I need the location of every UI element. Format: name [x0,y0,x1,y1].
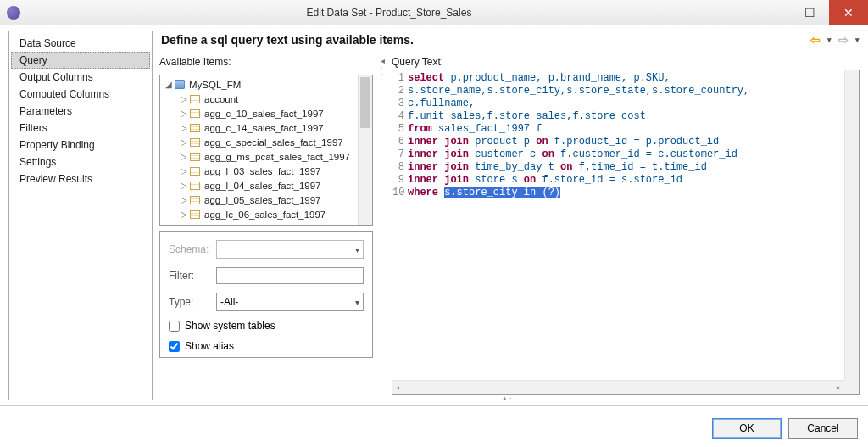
close-button[interactable]: ✕ [829,0,868,25]
schema-select: ▾ [216,240,364,259]
database-icon [175,80,185,89]
editor-hscroll[interactable]: ◂▸ [392,380,844,394]
table-icon [190,210,200,219]
editor-line[interactable]: 6inner join product p on f.product_id = … [392,136,844,148]
show-alias-check[interactable]: Show alias [169,340,364,352]
filter-input[interactable] [216,267,364,284]
page-title: Define a sql query text using available … [161,33,414,47]
table-icon [190,95,200,103]
separator [0,405,868,406]
minimize-button[interactable]: — [751,0,790,25]
window-controls: — ☐ ✕ [751,0,868,25]
type-label: Type: [169,296,211,308]
query-text-label: Query Text: [392,56,860,70]
page-heading: Define a sql query text using available … [159,31,860,56]
filter-label: Filter: [169,270,211,282]
nav-buttons: ⇦▾ ⇨▾ [807,32,860,47]
sidebar-item-output-columns[interactable]: Output Columns [11,69,150,86]
chevron-down-icon: ▾ [355,298,359,307]
tree-item[interactable]: ▷account [160,92,372,106]
available-items-tree[interactable]: ◢MySQL_FM▷account▷agg_c_10_sales_fact_19… [159,75,373,226]
schema-label: Schema: [169,243,211,255]
editor-line[interactable]: 5from sales_fact_1997 f [392,123,844,136]
category-sidebar: Data SourceQueryOutput ColumnsComputed C… [8,31,153,400]
editor-line[interactable]: 4f.unit_sales,f.store_sales,f.store_cost [392,110,844,123]
sidebar-item-settings[interactable]: Settings [11,154,150,170]
table-icon [190,196,200,204]
tree-item[interactable]: ▷agg_lc_06_sales_fact_1997 [160,207,372,221]
sidebar-item-data-source[interactable]: Data Source [11,35,150,52]
tree-item[interactable]: ▷agg_l_03_sales_fact_1997 [160,164,372,178]
forward-icon: ⇨ [835,32,852,47]
table-icon [190,138,200,147]
sql-editor[interactable]: 1select p.product_name, p.brand_name, p.… [392,70,860,395]
window-title: Edit Data Set - Product_Store_Sales [27,7,751,19]
vertical-sash[interactable]: ◂·· [378,56,387,395]
tree-item[interactable]: ▷agg_l_04_sales_fact_1997 [160,178,372,193]
tree-item[interactable]: ▷agg_g_ms_pcat_sales_fact_1997 [160,149,372,164]
sidebar-item-parameters[interactable]: Parameters [11,103,150,120]
show-alias-checkbox[interactable] [169,341,180,352]
editor-line[interactable]: 1select p.product_name, p.brand_name, p.… [392,72,844,85]
editor-line[interactable]: 8inner join time_by_day t on f.time_id =… [392,161,844,174]
type-select[interactable]: -All-▾ [216,293,364,311]
app-icon [7,6,20,20]
editor-line[interactable]: 7inner join customer c on f.customer_id … [392,148,844,161]
horizontal-sash[interactable]: ▴ · · [159,395,860,400]
filter-panel: Schema: ▾ Filter: Type: -All-▾ [159,231,373,358]
maximize-button[interactable]: ☐ [790,0,829,25]
show-system-tables-checkbox[interactable] [169,321,180,332]
tree-item[interactable]: ▷agg_l_05_sales_fact_1997 [160,193,372,207]
table-icon [190,167,200,176]
sidebar-item-computed-columns[interactable]: Computed Columns [11,86,150,103]
show-system-tables-check[interactable]: Show system tables [169,320,364,332]
sidebar-item-property-binding[interactable]: Property Binding [11,137,150,154]
table-icon [190,109,200,118]
table-icon [190,182,200,190]
tree-item[interactable]: ▷agg_c_14_sales_fact_1997 [160,120,372,135]
sidebar-item-query[interactable]: Query [11,52,150,69]
editor-vscroll[interactable] [844,70,859,380]
editor-line[interactable]: 3c.fullname, [392,98,844,110]
table-icon [190,124,200,132]
editor-line[interactable]: 10where s.store_city in (?) [392,187,844,199]
forward-menu-icon[interactable]: ▾ [855,36,860,44]
tree-root[interactable]: ◢MySQL_FM [160,77,372,92]
sidebar-item-preview-results[interactable]: Preview Results [11,170,150,187]
back-icon[interactable]: ⇦ [807,32,824,47]
title-bar: Edit Data Set - Product_Store_Sales — ☐ … [0,0,868,25]
table-icon [190,153,200,161]
editor-line[interactable]: 9inner join store s on f.store_id = s.st… [392,174,844,187]
show-system-tables-label: Show system tables [185,320,275,332]
back-menu-icon[interactable]: ▾ [827,36,832,44]
tree-scrollbar[interactable] [358,75,372,225]
editor-line[interactable]: 2s.store_name,s.store_city,s.store_state… [392,85,844,98]
ok-button[interactable]: OK [712,418,782,439]
cancel-button[interactable]: Cancel [788,418,858,439]
dialog-footer: OK Cancel [8,411,860,439]
sidebar-item-filters[interactable]: Filters [11,120,150,137]
tree-item[interactable]: ▷agg_c_10_sales_fact_1997 [160,106,372,120]
show-alias-label: Show alias [185,340,234,352]
available-items-label: Available Items: [159,56,373,70]
tree-item[interactable]: ▷agg_c_special_sales_fact_1997 [160,135,372,149]
